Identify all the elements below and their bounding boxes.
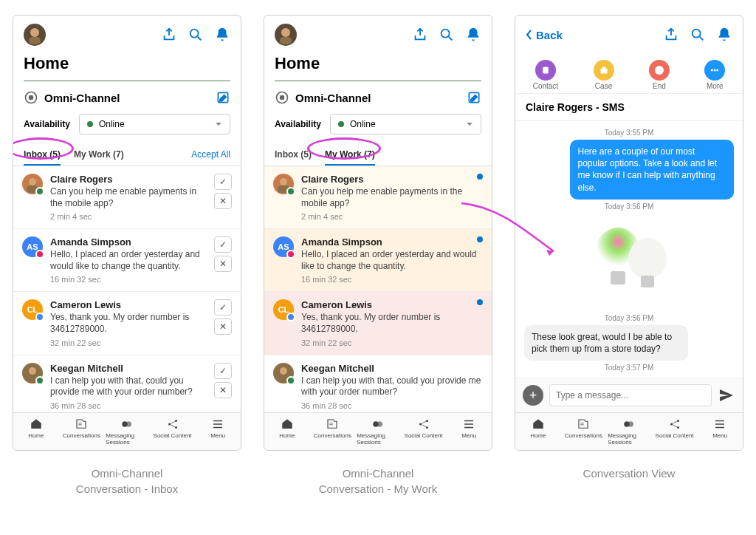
item-message: Can you help me enable payments in the m…	[50, 186, 210, 209]
accept-button[interactable]: ✓	[214, 174, 232, 190]
svg-rect-36	[611, 271, 625, 284]
share-icon[interactable]	[161, 27, 177, 43]
mywork-list: Claire RogersCan you help me enable paym…	[264, 166, 492, 412]
list-item[interactable]: Keegan MitchellI can help you with that,…	[264, 355, 492, 412]
svg-point-10	[168, 423, 171, 426]
message-in: These look great, would I be able to pic…	[524, 325, 688, 361]
bell-icon[interactable]	[465, 27, 481, 43]
tab-mywork[interactable]: My Work (7)	[325, 146, 375, 166]
svg-point-13	[441, 30, 450, 38]
svg-point-41	[670, 423, 673, 426]
omni-icon	[275, 90, 289, 105]
action-contact[interactable]: Contact	[533, 60, 558, 90]
footer-menu[interactable]: Menu	[195, 413, 241, 450]
footer-home[interactable]: Home	[264, 413, 310, 450]
omni-header: Omni-Channel	[13, 81, 241, 111]
list-item[interactable]: ASAmanda SimpsonHello, I placed an order…	[13, 229, 241, 292]
send-icon[interactable]	[718, 386, 735, 404]
accept-button[interactable]: ✓	[214, 299, 232, 316]
footer-conversations[interactable]: Conversations	[310, 413, 356, 450]
chevron-down-icon	[466, 120, 473, 128]
accept-all-link[interactable]: Accept All	[191, 146, 230, 166]
svg-point-23	[419, 423, 422, 426]
svg-point-25	[426, 426, 428, 429]
footer-social-content[interactable]: Social Content	[150, 413, 196, 450]
footer-messaging-sessions[interactable]: Messaging Sessions	[104, 413, 150, 450]
user-avatar[interactable]	[24, 24, 46, 46]
bell-icon[interactable]	[716, 27, 732, 43]
svg-rect-38	[641, 276, 654, 287]
tab-inbox[interactable]: Inbox (5)	[24, 146, 61, 166]
avatar: AS	[273, 236, 294, 257]
svg-point-32	[711, 69, 713, 72]
item-name: Claire Rogers	[50, 174, 210, 185]
timestamp: Today 3:56 PM	[524, 314, 734, 322]
inbox-list: Claire RogersCan you help me enable paym…	[13, 166, 241, 412]
footer-social-content[interactable]: Social Content	[652, 413, 698, 450]
item-time: 32 min 22 sec	[50, 338, 210, 347]
search-icon[interactable]	[690, 27, 706, 43]
footer-messaging-sessions[interactable]: Messaging Sessions	[355, 413, 401, 450]
footer-menu[interactable]: Menu	[697, 413, 743, 450]
avatar	[273, 363, 294, 384]
svg-point-19	[280, 367, 287, 375]
accept-button[interactable]: ✓	[214, 363, 232, 379]
list-item[interactable]: Keegan MitchellI can help you with that,…	[13, 355, 241, 412]
list-item[interactable]: Claire RogersCan you help me enable paym…	[13, 166, 241, 229]
decline-button[interactable]: ✕	[214, 382, 232, 398]
composer: +	[515, 378, 743, 412]
message-input[interactable]	[549, 384, 712, 406]
chat-pane: Today 3:55 PMHere are a couple of our mo…	[515, 121, 743, 378]
header	[13, 16, 241, 54]
share-icon[interactable]	[412, 27, 428, 43]
chevron-down-icon	[215, 120, 222, 128]
list-item[interactable]: CLCameron LewisYes, thank you. My order …	[264, 292, 492, 355]
back-button[interactable]: Back	[526, 29, 563, 41]
page-title: Home	[264, 54, 492, 81]
tab-inbox[interactable]: Inbox (5)	[275, 146, 312, 166]
user-avatar[interactable]	[275, 24, 297, 46]
avatar: CL	[22, 299, 43, 320]
search-icon[interactable]	[439, 27, 455, 43]
compose-icon[interactable]	[216, 90, 230, 105]
action-more[interactable]: More	[704, 60, 725, 90]
item-time: 16 min 32 sec	[301, 275, 483, 284]
status-select[interactable]: Online	[330, 114, 481, 134]
avatar: CL	[273, 299, 294, 320]
svg-point-6	[29, 367, 36, 375]
share-icon[interactable]	[663, 27, 679, 43]
caption-mywork: Omni-ChannelConversation - My Work	[319, 466, 438, 497]
list-item[interactable]: ASAmanda SimpsonHello, I placed an order…	[264, 229, 492, 292]
footer-conversations[interactable]: Conversations	[561, 413, 607, 450]
tab-mywork[interactable]: My Work (7)	[74, 146, 124, 166]
footer-nav: HomeConversationsMessaging SessionsSocia…	[13, 412, 241, 450]
list-item[interactable]: CLCameron LewisYes, thank you. My order …	[13, 292, 241, 355]
svg-point-34	[717, 69, 719, 72]
compose-icon[interactable]	[467, 90, 481, 105]
footer-home[interactable]: Home	[13, 413, 59, 450]
decline-button[interactable]: ✕	[214, 256, 232, 272]
action-end[interactable]: End	[649, 60, 670, 90]
bell-icon[interactable]	[214, 27, 230, 43]
svg-point-43	[677, 426, 679, 429]
decline-button[interactable]: ✕	[214, 193, 232, 209]
item-name: Cameron Lewis	[50, 299, 210, 310]
item-name: Keegan Mitchell	[301, 363, 483, 374]
add-attachment-button[interactable]: +	[523, 385, 543, 406]
timestamp: Today 3:57 PM	[524, 364, 734, 372]
action-case[interactable]: Case	[594, 60, 614, 90]
footer-menu[interactable]: Menu	[446, 413, 492, 450]
search-icon[interactable]	[188, 27, 204, 43]
item-name: Cameron Lewis	[301, 299, 483, 310]
omni-title: Omni-Channel	[295, 92, 467, 104]
accept-button[interactable]: ✓	[214, 236, 232, 253]
status-select[interactable]: Online	[79, 114, 230, 134]
list-item[interactable]: Claire RogersCan you help me enable paym…	[264, 166, 492, 229]
decline-button[interactable]: ✕	[214, 318, 232, 335]
status-text: Online	[350, 119, 466, 129]
footer-home[interactable]: Home	[515, 413, 561, 450]
svg-point-26	[693, 30, 701, 38]
footer-conversations[interactable]: Conversations	[59, 413, 105, 450]
footer-messaging-sessions[interactable]: Messaging Sessions	[606, 413, 652, 450]
footer-social-content[interactable]: Social Content	[401, 413, 447, 450]
